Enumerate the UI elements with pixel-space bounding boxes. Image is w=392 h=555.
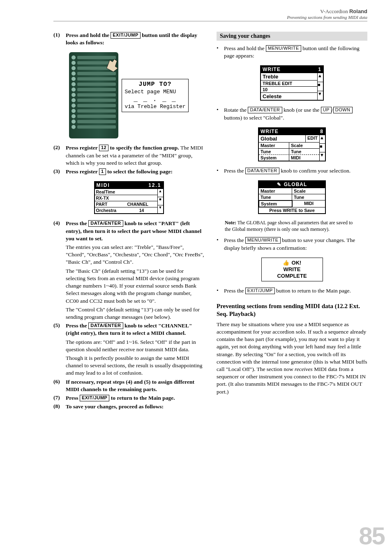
b4-text-a: Press the <box>224 237 245 243</box>
step-4: (4) Press the DATA/ENTER knob to select … <box>53 220 204 242</box>
step-2: (2) Press register 12 to specify the fun… <box>53 144 204 167</box>
header-rule <box>53 21 367 21</box>
note-label: Note: <box>225 220 236 226</box>
step-7-bold-a: Press <box>66 395 80 401</box>
midi-title: MIDI <box>97 182 110 188</box>
midi-r4b: 14 <box>126 207 157 213</box>
jump-title: JUMP TO? <box>125 81 185 89</box>
b5-text-a: Press the <box>224 288 245 294</box>
ok-l3: COMPLETE <box>264 273 320 279</box>
menu-write-key-2: MENU/WRITE <box>245 237 281 244</box>
exit-jump-key: EXIT/JUMP <box>111 32 141 39</box>
thumbs-up-icon: 👍 <box>283 260 289 266</box>
ok-l2: WRITE <box>264 266 320 273</box>
accordion-body <box>69 52 118 138</box>
jump-l3: _ _ . _ _ <box>125 95 185 104</box>
global-note: Note: The GLOBAL page shows all paramete… <box>225 220 359 233</box>
data-enter-key-3: DATA/ENTER <box>248 107 282 113</box>
step-2-bold-b: to specify the function group. <box>108 145 179 151</box>
ok-l1: OK! <box>292 260 302 266</box>
step-2-bold-a: Press register <box>66 145 99 151</box>
bullet-5: • Press the EXIT/JUMP button to return t… <box>217 287 367 295</box>
bullet-dot: • <box>217 45 221 60</box>
bullet-3-body: Press the DATA/ENTER knob to confirm you… <box>224 167 350 175</box>
jump-l2: Select page MENU <box>125 89 185 95</box>
step-4-bold-a: Press the <box>66 220 88 226</box>
note-text: The GLOBAL page shows all parameters tha… <box>225 220 353 232</box>
data-enter-key-2: DATA/ENTER <box>88 322 123 329</box>
step-6-body: If necessary, repeat steps (4) and (5) t… <box>66 378 204 393</box>
data-enter-key-4: DATA/ENTER <box>245 168 279 174</box>
midi-r1a: RealTime <box>95 189 117 195</box>
step-1: (1) Press and hold the EXIT/JUMP button … <box>53 32 204 46</box>
bullet-5-body: Press the EXIT/JUMP button to return to … <box>224 287 351 295</box>
exit-jump-key-2: EXIT/JUMP <box>80 395 110 401</box>
content-columns: (1) Press and hold the EXIT/JUMP button … <box>53 32 367 412</box>
step-5-bold-a: Press the <box>66 322 88 329</box>
step-3-num: (3) <box>53 168 62 175</box>
step-8-num: (8) <box>53 403 62 410</box>
step-3-body: Press register 1 to select the following… <box>66 168 173 175</box>
exit-jump-key-3: EXIT/JUMP <box>245 288 275 294</box>
step-4-p1: The entries you can select are: "Treble"… <box>66 244 204 266</box>
write1-l3: 10 <box>261 87 269 92</box>
register-1-key: 1 <box>99 168 106 175</box>
step-5-num: (5) <box>53 322 62 337</box>
step-1-text-a: Press and hold the <box>66 32 111 38</box>
midi-r2a: RX-TX <box>95 195 111 201</box>
header-product-line: V-Accordion Roland <box>53 8 367 15</box>
bullet-dot: • <box>217 106 221 121</box>
b2-text-a: Rotate the <box>224 107 248 113</box>
brand-name: Roland <box>349 8 367 14</box>
midi-r3a: PART <box>95 201 126 207</box>
section-body-a: There may be situations where you use a … <box>217 321 367 372</box>
step-4-p2: The "Basic Ch" (default setting "13") ca… <box>66 267 204 305</box>
step-3-bold-a: Press register <box>66 168 99 175</box>
write2-l2a: Master <box>259 143 289 148</box>
b2-text-b: knob (or use the <box>282 107 321 113</box>
header-subtitle: Preventing sections from sending MIDI da… <box>53 15 367 20</box>
b5-text-b: button to return to the Main page. <box>275 288 351 294</box>
midi-screen-illustration: MIDI12.1 RealTime RX-TX PARTCHANNEL Orch… <box>53 181 204 214</box>
register-12-key: 12 <box>99 145 108 151</box>
write-screen-1: WRITE1 Treble TREBLE EDIT 10 Celeste ▲■▼ <box>217 65 367 101</box>
bullet-2-body: Rotate the DATA/ENTER knob (or use the U… <box>224 106 367 121</box>
section-body-italic: receives <box>295 366 313 372</box>
accordion-illustration: JUMP TO? Select page MENU _ _ . _ _ via … <box>53 52 204 138</box>
write1-l4: Celeste <box>261 93 283 100</box>
global-r3a: System <box>259 200 292 207</box>
write1-l1: Treble <box>261 73 280 80</box>
step-2-num: (2) <box>53 144 62 167</box>
write2-num: 8 <box>320 129 323 134</box>
up-key: UP <box>321 107 332 113</box>
bullet-1-body: Press and hold the MENU/WRITE button unt… <box>224 45 367 60</box>
global-r3b: MIDI <box>292 200 325 207</box>
page-header: V-Accordion Roland Preventing sections f… <box>53 8 367 21</box>
write-screen-2: WRITE8 GlobalEDIT MasterScale TuneTune S… <box>217 127 367 161</box>
step-3: (3) Press register 1 to select the follo… <box>53 168 204 175</box>
step-4-body: Press the DATA/ENTER knob to select "PAR… <box>66 220 204 242</box>
jump-to-lcd: JUMP TO? Select page MENU _ _ . _ _ via … <box>122 79 188 112</box>
midi-r3b: CHANNEL <box>126 201 157 207</box>
down-key: DOWN <box>333 107 353 113</box>
right-column: Saving your changes • Press and hold the… <box>217 32 367 412</box>
step-5: (5) Press the DATA/ENTER knob to select … <box>53 322 204 337</box>
bullet-4: • Press the MENU/WRITE button to save yo… <box>217 237 367 251</box>
global-r2a: Tune <box>259 194 292 200</box>
jump-l4: via Treble Register <box>125 104 185 110</box>
hand-pointer-icon <box>104 55 122 73</box>
global-r2b: Tune <box>292 194 325 200</box>
left-column: (1) Press and hold the EXIT/JUMP button … <box>53 32 204 412</box>
step-6-num: (6) <box>53 378 62 393</box>
step-7-num: (7) <box>53 394 62 402</box>
global-foot: Press WRITE to Save <box>259 207 325 213</box>
write1-title: WRITE <box>263 67 281 72</box>
step-5-p2: Though it is perfectly possible to assig… <box>66 355 204 377</box>
ok-screen: 👍 OK! WRITE COMPLETE <box>217 258 367 282</box>
write2-l4a: System <box>259 155 289 161</box>
bullet-dot: • <box>217 167 221 175</box>
write2-l3b: Tune <box>289 149 319 154</box>
bullet-dot: • <box>217 237 221 251</box>
write2-l1: Global <box>259 135 305 142</box>
b3-text-b: knob to confirm your selection. <box>279 168 350 174</box>
